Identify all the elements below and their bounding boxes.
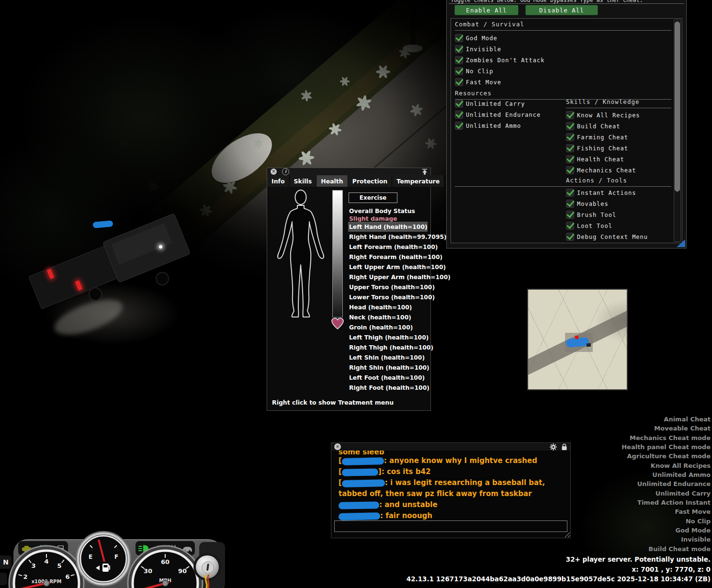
body-part-label: Right Upper Arm (health=100) [349, 274, 451, 281]
svg-text:60: 60 [161, 558, 170, 565]
checkbox[interactable] [566, 211, 574, 219]
ignition-keyhole[interactable] [202, 561, 214, 574]
checkbox[interactable] [566, 200, 574, 208]
chat-input[interactable] [334, 520, 567, 532]
body-part-row[interactable]: Right Upper Arm (health=100) [348, 272, 428, 282]
checkmark-icon [455, 110, 463, 118]
cheat-mode-line: God Mode [622, 526, 711, 535]
checkbox[interactable] [566, 155, 574, 163]
cheat-toggle-row[interactable]: Unlimited Carry [455, 98, 563, 109]
panel-resize-handle[interactable] [677, 239, 685, 247]
checkbox[interactable] [455, 78, 463, 86]
cheat-toggle-row[interactable]: Farming Cheat [566, 132, 671, 143]
cheat-toggle-row[interactable]: Health Cheat [566, 154, 671, 165]
scrollbar[interactable] [674, 20, 681, 242]
body-part-label: Right Forearm (health=100) [349, 254, 442, 260]
cheat-toggle-row[interactable]: Know All Recipes [566, 110, 671, 121]
checkbox[interactable] [566, 133, 574, 141]
cheat-toggle-row[interactable]: God Mode [455, 33, 671, 44]
tab[interactable]: Temperature [392, 175, 444, 187]
pin-icon[interactable] [422, 169, 428, 175]
settings-gear-icon[interactable] [550, 443, 557, 451]
cheat-toggle-row[interactable]: Zombies Don't Attack [455, 55, 671, 66]
fuel-gauge: E F [75, 530, 132, 588]
tab-label: Skills [294, 178, 312, 185]
checkbox[interactable] [455, 111, 463, 119]
body-part-row[interactable]: Lower Torso (health=100) [348, 292, 428, 302]
body-part-row[interactable]: Right Shin (health=100) [348, 362, 428, 373]
tab-label: Temperature [396, 178, 440, 185]
chat-bracket: [ [339, 467, 342, 476]
lock-icon[interactable] [561, 443, 567, 451]
checkbox[interactable] [455, 45, 463, 53]
actions-items: Instant Actions Movables Brush Tool [566, 187, 671, 242]
treatment-hint: Right click to show Treatment menu [272, 399, 394, 406]
checkbox[interactable] [455, 100, 463, 108]
checkbox[interactable] [566, 166, 574, 174]
checkbox[interactable] [566, 233, 574, 241]
body-part-row[interactable]: Right Foot (health=100) [348, 383, 428, 393]
checkmark-icon [455, 44, 463, 52]
body-part-row[interactable]: Right Thigh (health=100) [348, 342, 428, 352]
chat-message-text: ]: cos its b42 [378, 467, 431, 476]
body-part-list: Left Hand (health=100) Right Hand (healt… [348, 222, 428, 393]
cheat-toggle-row[interactable]: Instant Actions [566, 187, 671, 198]
cheat-toggle-row[interactable]: Build Cheat [566, 121, 671, 132]
disable-all-button[interactable]: Disable All [525, 5, 598, 15]
enable-all-button[interactable]: Enable All [454, 5, 519, 15]
checkbox[interactable] [455, 34, 463, 42]
cheat-toggle-row[interactable]: Fast Move [455, 77, 671, 88]
username-redaction [339, 512, 380, 520]
cheat-toggle-row[interactable]: No Clip [455, 66, 671, 77]
close-icon[interactable]: ✕ [334, 443, 341, 450]
checkmark-icon [566, 199, 575, 207]
checkbox[interactable] [566, 122, 574, 130]
resources-items: Unlimited Carry Unlimited Endurance Unli… [455, 98, 563, 131]
body-part-row[interactable]: Left Shin (health=100) [348, 352, 428, 362]
body-part-row[interactable]: Left Foot (health=100) [348, 373, 428, 383]
cheat-toggle-row[interactable]: Brush Tool [566, 209, 671, 220]
body-part-row[interactable]: Neck (health=100) [348, 312, 428, 322]
close-icon[interactable]: ✕ [271, 169, 277, 175]
checkbox[interactable] [566, 111, 574, 119]
cheat-toggle-row[interactable]: Fishing Cheat [566, 143, 671, 154]
exercise-button[interactable]: Exercise [349, 192, 397, 203]
chat-message-text: : anyone know why I mightve crashed [384, 456, 537, 465]
cheat-toggle-row[interactable]: Unlimited Ammo [455, 120, 563, 131]
scrollbar-thumb[interactable] [675, 22, 680, 192]
body-part-row[interactable]: Right Forearm (health=100) [348, 252, 428, 262]
body-part-row[interactable]: Head (health=100) [348, 302, 428, 312]
cheat-mode-line: Invisible [622, 535, 711, 544]
body-part-row[interactable]: Groin (health=100) [348, 322, 428, 332]
body-part-row[interactable]: Left Upper Arm (health=100) [348, 262, 428, 272]
tab[interactable]: Health [316, 175, 348, 187]
cheat-toggle-row[interactable]: Mechanics Cheat [566, 165, 671, 176]
body-part-row[interactable]: Left Forearm (health=100) [348, 242, 428, 252]
checkbox[interactable] [566, 144, 574, 152]
body-part-row[interactable]: Right Hand (health=99.7095) [348, 232, 428, 242]
body-part-row[interactable]: Upper Torso (health=100) [348, 282, 428, 292]
body-part-row[interactable]: Left Thigh (health=100) [348, 332, 428, 342]
tab[interactable]: Protection [348, 175, 393, 187]
minimap[interactable] [527, 289, 628, 390]
chat-bracket: [ [339, 478, 342, 487]
checkbox[interactable] [455, 67, 463, 75]
cheat-toggle-row[interactable]: Loot Tool [566, 220, 671, 231]
chat-message: []: cos its b42 [339, 466, 564, 477]
tab[interactable]: Info [267, 175, 290, 187]
tab[interactable]: Skills [290, 175, 317, 187]
checkmark-icon [566, 143, 575, 151]
info-icon[interactable]: i [282, 168, 289, 175]
checkbox[interactable] [455, 56, 463, 64]
cheat-toggle-row[interactable]: Invisible [455, 44, 671, 55]
body-part-row[interactable]: Left Hand (health=100) [348, 222, 428, 232]
checkbox[interactable] [566, 189, 574, 197]
checkmark-icon [566, 188, 575, 196]
cheat-label: Instant Actions [577, 190, 636, 196]
chat-message: [: i was legit researching a baseball ba… [339, 477, 564, 499]
cheat-toggle-row[interactable]: Debug Context Menu [566, 231, 671, 242]
cheat-toggle-row[interactable]: Unlimited Endurance [455, 109, 563, 120]
checkbox[interactable] [455, 122, 463, 130]
cheat-toggle-row[interactable]: Movables [566, 198, 671, 209]
checkbox[interactable] [566, 222, 574, 230]
